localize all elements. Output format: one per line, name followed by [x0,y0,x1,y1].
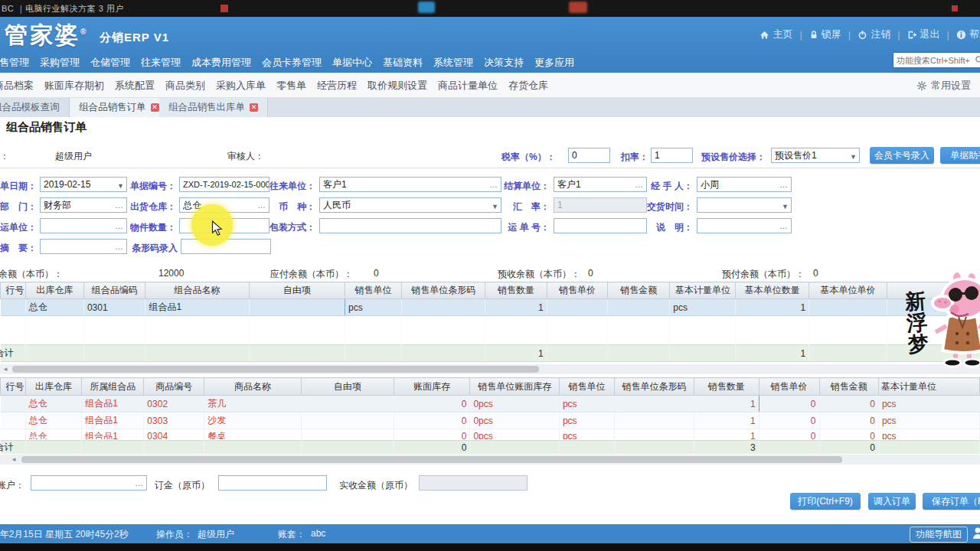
remark-input[interactable]: … [697,218,792,233]
department-input[interactable]: 财务部… [40,197,127,213]
quick-item-stock-warehouse[interactable]: 存货仓库 [508,79,548,93]
col-base-unit[interactable]: 基本计量单位 [670,282,736,299]
deposit-input[interactable] [218,475,327,491]
col-sale-unit[interactable]: 销售单位 [559,378,614,396]
col-book-stock[interactable]: 账面库存 [394,378,470,396]
search-input[interactable] [893,54,973,67]
component-table-scrollbar[interactable]: ◄ [0,455,980,465]
tab-combo-sales-order[interactable]: 组合品销售订单 ✕ [69,98,169,117]
ellipsis-picker-icon[interactable]: … [779,219,789,233]
component-row[interactable]: 总仓 组合品1 0303 沙发 0 0pcs pcs 1 0 0 pcs [1,412,980,429]
col-out-warehouse[interactable]: 出库仓库 [25,282,83,299]
col-combo-code[interactable]: 组合品编码 [83,282,145,299]
handler-input[interactable]: 小周… [697,177,792,192]
doc-assistant-button[interactable]: 单据助手 ▾ [940,147,980,164]
menu-member-card[interactable]: 会员卡券管理 [262,54,322,71]
col-goods-name[interactable]: 商品名称 [204,378,302,396]
save-order-button[interactable]: 保存订单（F8） [923,493,980,510]
lock-screen-link[interactable]: 锁屏 [809,28,841,41]
tab-close-icon[interactable]: ✕ [151,103,159,112]
col-sale-unit[interactable]: 销售单位 [345,282,402,299]
assistant-icon[interactable] [971,527,980,540]
home-link[interactable]: 主页 [760,28,792,41]
quick-item-system-config[interactable]: 系统配置 [115,79,155,93]
tax-rate-input[interactable]: 0 [568,148,610,163]
col-free-item[interactable]: 自由项 [301,378,394,396]
carrier-input[interactable]: … [40,218,127,233]
window-title: BC ｜电脑行业解决方案 3 用户 [2,3,124,15]
col-sale-price[interactable]: 销售单价 [759,378,819,396]
menu-sales[interactable]: 销售管理 [0,54,29,71]
col-base-unit[interactable]: 基本计量单位 [878,378,979,396]
quick-item-retail[interactable]: 零售单 [276,79,306,93]
combo-table-scrollbar[interactable]: ◄ [0,364,980,374]
settle-unit-label: 结算单位： [486,180,550,193]
menu-base-data[interactable]: 基础资料 [383,54,423,71]
scrollbar-thumb[interactable] [12,366,539,373]
menu-doc-center[interactable]: 单据中心 [332,54,372,71]
ellipsis-picker-icon[interactable]: … [135,476,144,490]
menu-more-apps[interactable]: 更多应用 [534,54,574,71]
bill-date-select[interactable]: 2019-02-15▼ [40,177,127,192]
quick-item-purchase-in[interactable]: 采购入库单 [216,79,266,93]
col-parent-combo[interactable]: 所属组合品 [82,378,144,396]
combo-row[interactable]: 总仓 0301 组合品1 pcs 1 pcs 1 [1,299,980,316]
tab-close-icon[interactable]: ✕ [250,103,258,112]
quick-item-book-stock-init[interactable]: 账面库存期初 [44,79,104,93]
menu-system[interactable]: 系统管理 [433,54,473,71]
col-base-price[interactable]: 基本单位单价 [809,282,887,299]
function-nav-button[interactable]: 功能导航图 [910,527,968,543]
help-link[interactable]: 帮助 [956,28,980,41]
menu-purchase[interactable]: 采购管理 [40,54,80,71]
col-sale-qty[interactable]: 销售数量 [694,378,759,396]
quick-item-goods-category[interactable]: 商品类别 [165,79,205,93]
preset-price-select[interactable]: 预设售价1▼ [771,148,860,163]
col-combo-name[interactable]: 组合品名称 [145,282,249,299]
scroll-left-icon[interactable]: ◄ [2,366,8,373]
common-settings[interactable]: 常用设置 [916,79,971,93]
quick-item-goods-archive[interactable]: 商品档案 [0,79,34,93]
component-row-clipped[interactable]: 总仓 组合品1 0304 餐桌 0 0pcs pcs 1 0 0 pcs [1,429,980,441]
exit-link[interactable]: 退出 [907,28,940,41]
menu-partner[interactable]: 往来管理 [141,54,181,71]
packing-input[interactable] [319,218,501,233]
free-item-edit-cell[interactable] [249,299,345,316]
scroll-left-icon[interactable]: ◄ [11,456,17,463]
col-sale-qty[interactable]: 销售数量 [485,282,547,299]
partner-input[interactable]: 客户1… [319,177,501,192]
selected-qty-cell[interactable]: 1 [694,396,759,412]
col-free-item[interactable]: 自由项 [249,282,345,299]
quick-item-pricing-rules[interactable]: 取价规则设置 [368,79,427,93]
col-row-no[interactable]: 行号 [1,378,26,396]
discount-rate-input[interactable]: 1 [651,148,693,163]
quick-item-history[interactable]: 经营历程 [317,79,357,93]
scrollbar-thumb[interactable] [21,456,842,463]
col-goods-code[interactable]: 商品编号 [144,378,204,396]
delivery-time-select[interactable]: ▼ [697,197,792,213]
tab-combo-sales-outbound[interactable]: 组合品销售出库单 ✕ [159,98,268,117]
tab-combo-template-query[interactable]: 组合品模板查询 [0,98,69,117]
print-button[interactable]: 打印(Ctrl+F9) [790,493,861,510]
col-base-qty[interactable]: 基本单位数量 [736,282,809,299]
menu-cost[interactable]: 成本费用管理 [191,54,251,71]
member-card-entry-button[interactable]: 会员卡号录入 [870,147,934,164]
col-unit-barcode[interactable]: 销售单位条形码 [615,378,694,396]
quick-item-units[interactable]: 商品计量单位 [438,79,498,93]
col-sale-amount[interactable]: 销售金额 [608,282,670,299]
col-sale-price[interactable]: 销售单价 [547,282,608,299]
menu-warehouse[interactable]: 仓储管理 [90,54,130,71]
load-order-button[interactable]: 调入订单 [868,493,916,510]
col-out-warehouse[interactable]: 出库仓库 [25,378,82,396]
logout-link[interactable]: 注销 [858,28,890,41]
col-unit-barcode[interactable]: 销售单位条形码 [402,282,485,299]
currency-select[interactable]: 人民币▼ [319,197,501,213]
col-row-no[interactable]: 行号 [1,282,26,299]
col-sale-amount[interactable]: 销售金额 [819,378,878,396]
ellipsis-picker-icon[interactable]: … [779,178,789,191]
barcode-entry-input[interactable] [181,239,271,254]
summary-input[interactable]: … [40,239,127,254]
account-input[interactable]: … [31,475,147,491]
component-row[interactable]: 总仓 组合品1 0302 茶几 0 0pcs pcs 1 0 0 pcs [1,396,980,412]
menu-decision[interactable]: 决策支持 [484,54,524,71]
col-unit-book-stock[interactable]: 销售单位账面库存 [470,378,559,396]
